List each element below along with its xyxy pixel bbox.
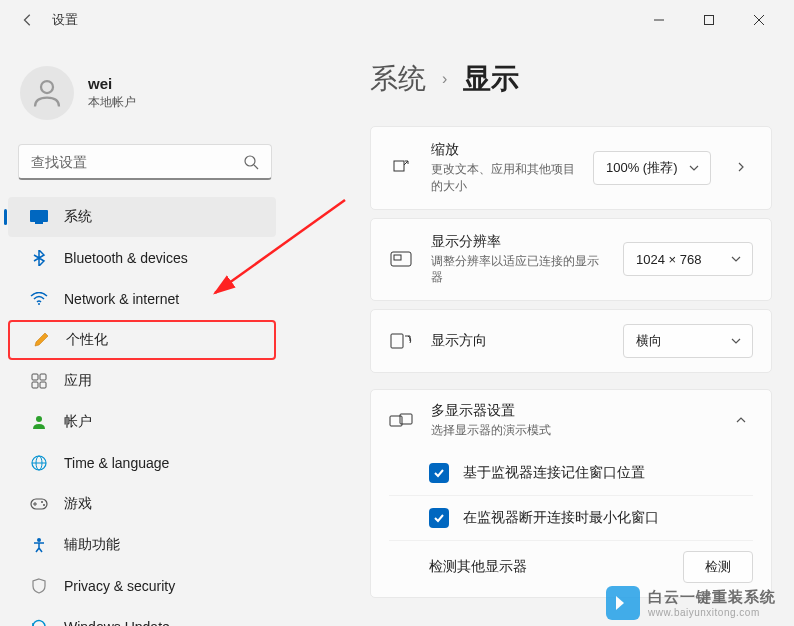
resolution-icon: [389, 247, 413, 271]
checkbox-row-2[interactable]: 在监视器断开连接时最小化窗口: [389, 495, 753, 540]
multimonitor-title: 多显示器设置: [431, 402, 711, 420]
search-icon: [243, 154, 259, 170]
nav-label: 应用: [64, 372, 92, 390]
resolution-title: 显示分辨率: [431, 233, 605, 251]
sidebar-item-gaming[interactable]: 游戏: [8, 484, 276, 524]
chevron-down-icon: [688, 162, 700, 174]
sidebar-item-update[interactable]: Windows Update: [8, 607, 276, 626]
nav-label: Windows Update: [64, 619, 170, 626]
scale-card[interactable]: 缩放 更改文本、应用和其他项目的大小 100% (推荐): [370, 126, 772, 210]
sidebar-item-personalization[interactable]: 个性化: [8, 320, 276, 360]
nav-label: Bluetooth & devices: [64, 250, 188, 266]
checkbox-1[interactable]: [429, 463, 449, 483]
checkbox-2[interactable]: [429, 508, 449, 528]
checkbox-2-label: 在监视器断开连接时最小化窗口: [463, 509, 659, 527]
watermark-url: www.baiyunxitong.com: [648, 607, 776, 618]
maximize-icon: [703, 14, 715, 26]
breadcrumb: 系统 › 显示: [370, 60, 772, 98]
check-icon: [433, 512, 445, 524]
window-controls: [636, 4, 782, 36]
breadcrumb-current: 显示: [463, 60, 519, 98]
scale-dropdown[interactable]: 100% (推荐): [593, 151, 711, 185]
svg-point-9: [38, 303, 40, 305]
svg-point-4: [41, 81, 53, 93]
close-button[interactable]: [736, 4, 782, 36]
svg-rect-13: [40, 382, 46, 388]
accessibility-icon: [30, 536, 48, 554]
orientation-dropdown[interactable]: 横向: [623, 324, 753, 358]
scale-expand[interactable]: [729, 159, 753, 177]
update-icon: [30, 618, 48, 626]
svg-point-5: [245, 156, 255, 166]
svg-point-21: [41, 501, 43, 503]
sidebar-item-privacy[interactable]: Privacy & security: [8, 566, 276, 606]
content: 系统 › 显示 缩放 更改文本、应用和其他项目的大小 100% (推荐): [290, 40, 794, 626]
back-button[interactable]: [12, 4, 44, 36]
checkbox-1-label: 基于监视器连接记住窗口位置: [463, 464, 645, 482]
chevron-down-icon: [730, 335, 742, 347]
sidebar-item-time-language[interactable]: Time & language: [8, 443, 276, 483]
privacy-icon: [30, 577, 48, 595]
gaming-icon: [30, 495, 48, 513]
sidebar: wei 本地帐户 系统 Bluetooth & devices Netwo: [0, 40, 290, 626]
svg-point-14: [36, 416, 42, 422]
sidebar-item-accounts[interactable]: 帐户: [8, 402, 276, 442]
svg-rect-11: [40, 374, 46, 380]
sidebar-item-bluetooth[interactable]: Bluetooth & devices: [8, 238, 276, 278]
orientation-icon: [389, 329, 413, 353]
search-box[interactable]: [18, 144, 272, 180]
resolution-subtitle: 调整分辨率以适应已连接的显示器: [431, 253, 605, 287]
nav-list: 系统 Bluetooth & devices Network & interne…: [0, 192, 290, 626]
personalization-icon: [32, 331, 50, 349]
close-icon: [753, 14, 765, 26]
sidebar-item-system[interactable]: 系统: [8, 197, 276, 237]
user-icon: [29, 75, 65, 111]
resolution-card[interactable]: 显示分辨率 调整分辨率以适应已连接的显示器 1024 × 768: [370, 218, 772, 302]
sidebar-item-accessibility[interactable]: 辅助功能: [8, 525, 276, 565]
svg-line-6: [254, 165, 258, 169]
account-type: 本地帐户: [88, 94, 136, 111]
apps-icon: [30, 372, 48, 390]
detect-button[interactable]: 检测: [683, 551, 753, 583]
breadcrumb-separator: ›: [442, 70, 447, 88]
scale-subtitle: 更改文本、应用和其他项目的大小: [431, 161, 575, 195]
svg-rect-24: [394, 161, 404, 171]
maximize-button[interactable]: [686, 4, 732, 36]
check-icon: [433, 467, 445, 479]
orientation-title: 显示方向: [431, 332, 605, 350]
sidebar-item-apps[interactable]: 应用: [8, 361, 276, 401]
sidebar-item-network[interactable]: Network & internet: [8, 279, 276, 319]
multimonitor-header[interactable]: 多显示器设置 选择显示器的演示模式: [389, 402, 753, 439]
back-arrow-icon: [21, 13, 35, 27]
multimonitor-expander: 多显示器设置 选择显示器的演示模式 基于监视器连接记住窗口位置: [370, 389, 772, 598]
card-body: 显示分辨率 调整分辨率以适应已连接的显示器: [431, 233, 605, 287]
resolution-dropdown[interactable]: 1024 × 768: [623, 242, 753, 276]
time-language-icon: [30, 454, 48, 472]
svg-rect-10: [32, 374, 38, 380]
checkbox-row-1[interactable]: 基于监视器连接记住窗口位置: [389, 451, 753, 495]
bluetooth-icon: [30, 249, 48, 267]
multimonitor-collapse[interactable]: [729, 412, 753, 430]
network-icon: [30, 290, 48, 308]
nav-label: 游戏: [64, 495, 92, 513]
watermark-logo: [606, 586, 640, 620]
chevron-right-icon: [735, 161, 747, 173]
search-input[interactable]: [31, 154, 243, 170]
watermark-brand: 白云一键重装系统: [648, 588, 776, 607]
breadcrumb-parent[interactable]: 系统: [370, 60, 426, 98]
system-icon: [30, 208, 48, 226]
svg-rect-27: [391, 334, 403, 348]
orientation-card[interactable]: 显示方向 横向: [370, 309, 772, 373]
svg-point-23: [37, 538, 41, 542]
app-title: 设置: [52, 11, 78, 29]
svg-point-22: [43, 504, 45, 506]
nav-label: Privacy & security: [64, 578, 175, 594]
svg-rect-1: [705, 16, 714, 25]
scale-value: 100% (推荐): [606, 159, 678, 177]
nav-label: 帐户: [64, 413, 92, 431]
nav-label: 系统: [64, 208, 92, 226]
chevron-up-icon: [735, 414, 747, 426]
multimonitor-subtitle: 选择显示器的演示模式: [431, 422, 711, 439]
minimize-button[interactable]: [636, 4, 682, 36]
user-section[interactable]: wei 本地帐户: [0, 50, 290, 144]
